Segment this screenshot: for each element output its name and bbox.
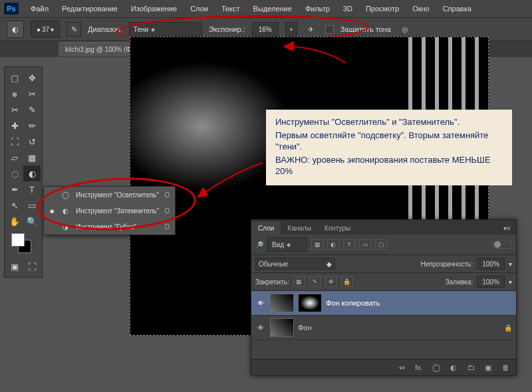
new-layer-button[interactable]: ▣ xyxy=(483,362,493,373)
move-tool[interactable]: ✥ xyxy=(23,70,41,86)
filter-adjust-icon[interactable]: ◐ xyxy=(327,239,339,250)
layer-row[interactable]: 👁 Фон копировать xyxy=(251,291,516,316)
quickmask-toggle[interactable]: ▣ xyxy=(6,258,23,274)
lasso-tool[interactable]: ⎈ xyxy=(6,86,23,102)
menu-3d[interactable]: 3D xyxy=(338,2,358,15)
layer-thumbnail[interactable] xyxy=(270,318,294,337)
lock-transparent-icon[interactable]: ▦ xyxy=(293,276,305,287)
quick-select-tool[interactable]: ✂ xyxy=(23,86,41,102)
lock-position-icon[interactable]: ✥ xyxy=(325,276,337,287)
delete-layer-button[interactable]: 🗑 xyxy=(500,362,511,373)
filter-shape-icon[interactable]: ▭ xyxy=(359,239,371,250)
search-icon: 🔎 xyxy=(255,241,263,248)
menu-file[interactable]: Файл xyxy=(25,2,54,15)
menu-select[interactable]: Выделение xyxy=(248,2,297,15)
link-layers-button[interactable]: ⇔ xyxy=(396,362,407,373)
tab-layers[interactable]: Слои xyxy=(251,222,281,235)
blur-tool[interactable]: ◌ xyxy=(6,165,23,181)
protect-tones-checkbox[interactable] xyxy=(325,25,334,34)
filter-type-icon[interactable]: T xyxy=(343,239,355,250)
menu-filter[interactable]: Фильтр xyxy=(300,2,335,15)
new-group-button[interactable]: 🗀 xyxy=(466,362,476,373)
flyout-item-label: Инструмент "Губка" xyxy=(76,223,136,231)
gradient-tool[interactable]: ▦ xyxy=(23,149,41,165)
stamp-tool[interactable]: ⛶ xyxy=(6,134,23,149)
type-tool[interactable]: T xyxy=(23,181,41,197)
chevron-down-icon[interactable]: ▾ xyxy=(509,278,512,286)
exposure-input[interactable]: 16% xyxy=(252,22,279,37)
new-adjustment-button[interactable]: ◐ xyxy=(448,362,459,373)
menu-text[interactable]: Текст xyxy=(216,2,245,15)
layer-row[interactable]: 👁 Фон 🔒 xyxy=(251,316,516,340)
airbrush-toggle[interactable]: ✈ xyxy=(304,22,319,37)
hand-tool[interactable]: ✋ xyxy=(6,213,23,229)
lock-pixels-icon[interactable]: ✎ xyxy=(309,276,321,287)
heal-tool[interactable]: ✚ xyxy=(6,118,23,134)
menu-layers[interactable]: Слои xyxy=(185,2,213,15)
tools-panel: ▢✥ ⎈✂ ✂✎ ✚✏ ⛶↺ ▱▦ ◌◐ ✒T ↖▭ ✋🔍 ▣⛶ xyxy=(4,66,43,278)
mask-thumbnail[interactable] xyxy=(298,294,322,312)
chevron-down-icon: ▾ xyxy=(290,27,293,33)
lock-all-icon[interactable]: 🔒 xyxy=(341,276,353,287)
filter-type-select[interactable]: Вид◆ xyxy=(267,237,307,252)
tab-channels[interactable]: Каналы xyxy=(281,222,318,235)
filter-toggle[interactable] xyxy=(492,240,512,249)
opacity-label: Непрозрачность: xyxy=(420,260,473,268)
menu-help[interactable]: Справка xyxy=(438,2,477,15)
opacity-input[interactable]: 100% xyxy=(477,258,505,270)
crop-tool[interactable]: ✂ xyxy=(6,102,23,118)
flyout-item-sponge[interactable]: ◑ Инструмент "Губка" O xyxy=(44,219,175,235)
brush-size-value: 37 xyxy=(42,26,49,33)
visibility-toggle[interactable]: 👁 xyxy=(255,300,266,307)
screenmode-toggle[interactable]: ⛶ xyxy=(23,258,41,274)
dodge-burn-tool[interactable]: ◐ xyxy=(23,165,41,181)
brush-size-picker[interactable]: ● 37 ▾ xyxy=(31,21,60,38)
flyout-item-key: O xyxy=(164,207,170,215)
current-tool-preset[interactable]: ◐ xyxy=(7,21,24,38)
brush-tool[interactable]: ✏ xyxy=(23,118,41,134)
filter-pixel-icon[interactable]: ▦ xyxy=(311,239,323,250)
chevron-down-icon: ◆ xyxy=(287,242,291,248)
visibility-toggle[interactable]: 👁 xyxy=(255,324,266,332)
brush-panel-icon: ✎ xyxy=(71,25,77,34)
tab-paths[interactable]: Контуры xyxy=(318,222,357,235)
marquee-tool[interactable]: ▢ xyxy=(6,70,23,86)
path-select-tool[interactable]: ↖ xyxy=(6,197,23,213)
chevron-down-icon[interactable]: ▾ xyxy=(509,260,512,268)
layers-panel-footer: ⇔ fx. ◯ ◐ 🗀 ▣ 🗑 xyxy=(251,359,516,375)
range-select[interactable]: Тени ◆ xyxy=(129,22,202,37)
history-brush-tool[interactable]: ↺ xyxy=(23,134,41,149)
chevron-down-icon: ◆ xyxy=(327,260,332,268)
brush-panel-toggle[interactable]: ✎ xyxy=(66,22,81,37)
filter-smart-icon[interactable]: ▢ xyxy=(375,239,387,250)
fill-input[interactable]: 100% xyxy=(477,276,505,288)
callout-line: Первым осветляйте "подсветку". Вторым за… xyxy=(275,130,503,153)
layer-name[interactable]: Фон копировать xyxy=(326,299,380,307)
layer-thumbnail[interactable] xyxy=(270,294,294,312)
add-mask-button[interactable]: ◯ xyxy=(431,362,442,373)
blend-mode-value: Обычные xyxy=(259,260,288,268)
exposure-stepper[interactable]: ▾ xyxy=(285,22,297,37)
shape-tool[interactable]: ▭ xyxy=(23,197,41,213)
tool-flyout-menu: ◯ Инструмент "Осветлитель" O ■ ◐ Инструм… xyxy=(43,186,176,235)
pen-tool[interactable]: ✒ xyxy=(6,181,23,197)
blend-mode-select[interactable]: Обычные◆ xyxy=(255,258,335,270)
color-swatches[interactable] xyxy=(10,232,37,256)
menu-window[interactable]: Окно xyxy=(407,2,435,15)
menu-view[interactable]: Просмотр xyxy=(360,2,404,15)
fill-label: Заливка: xyxy=(446,278,473,286)
menu-image[interactable]: Изображение xyxy=(126,2,182,15)
foreground-color[interactable] xyxy=(11,233,25,246)
flyout-item-dodge[interactable]: ◯ Инструмент "Осветлитель" O xyxy=(44,187,175,203)
zoom-tool[interactable]: 🔍 xyxy=(23,213,41,229)
layer-name[interactable]: Фон xyxy=(298,324,312,332)
flyout-item-label: Инструмент "Затемнитель" xyxy=(76,207,159,215)
layer-style-button[interactable]: fx. xyxy=(414,362,424,373)
callout-line: Инструменты "Осветлитель" и "Затемнитель… xyxy=(275,116,503,128)
eyedropper-tool[interactable]: ✎ xyxy=(23,102,41,118)
flyout-item-burn[interactable]: ■ ◐ Инструмент "Затемнитель" O xyxy=(44,203,175,219)
eraser-tool[interactable]: ▱ xyxy=(6,149,23,165)
panel-menu-button[interactable]: ▾≡ xyxy=(498,222,516,235)
menu-edit[interactable]: Редактирование xyxy=(57,2,123,15)
pressure-toggle[interactable]: ◎ xyxy=(398,22,412,37)
